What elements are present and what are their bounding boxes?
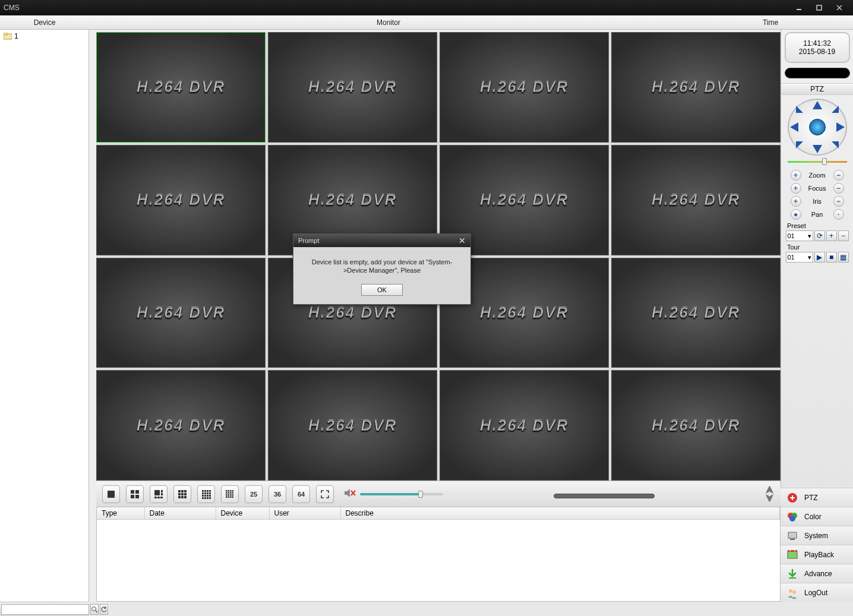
focus-out-button[interactable]: − — [833, 183, 844, 194]
svg-rect-45 — [232, 490, 234, 492]
video-cell[interactable]: H.264 DVR — [440, 32, 609, 143]
menu-system[interactable]: System — [781, 526, 853, 545]
tour-play-button[interactable]: ▶ — [814, 252, 825, 263]
svg-point-68 — [789, 550, 791, 551]
grid-9-button[interactable] — [173, 485, 191, 503]
clock-time: 11:41:32 — [803, 39, 831, 48]
ptz-center-button[interactable] — [809, 119, 826, 135]
zoom-in-button[interactable]: + — [791, 170, 801, 181]
grid-36-button[interactable]: 36 — [268, 485, 286, 503]
right-menu: PTZ Color System PlayBack Advance LogOut — [781, 488, 853, 602]
log-col-date[interactable]: Date — [144, 507, 216, 520]
search-icon[interactable] — [90, 604, 99, 615]
pan-label: Pan — [804, 211, 831, 218]
volume-mute-icon[interactable] — [343, 487, 356, 501]
log-col-type[interactable]: Type — [97, 507, 144, 520]
ptz-up-left-button[interactable] — [796, 106, 803, 113]
minimize-button[interactable] — [789, 2, 809, 13]
panel-drag-handle[interactable] — [554, 494, 655, 498]
grid-1-button[interactable] — [102, 485, 120, 503]
preset-goto-button[interactable]: ⟳ — [814, 230, 825, 241]
video-cell[interactable]: H.264 DVR — [611, 370, 781, 481]
volume-slider[interactable] — [360, 493, 443, 495]
grid-20-button[interactable] — [221, 485, 239, 503]
refresh-icon[interactable] — [100, 604, 108, 615]
svg-rect-29 — [209, 490, 211, 492]
maximize-button[interactable] — [809, 2, 829, 13]
page-up-icon[interactable]: ⮝ — [765, 487, 775, 494]
svg-rect-26 — [202, 490, 204, 492]
video-cell[interactable]: H.264 DVR — [96, 258, 266, 368]
pan-start-button[interactable]: ● — [791, 209, 801, 220]
tour-stop-button[interactable]: ■ — [826, 252, 837, 263]
ptz-left-button[interactable] — [790, 122, 798, 132]
menu-playback[interactable]: PlayBack — [781, 545, 853, 564]
video-cell[interactable]: H.264 DVR — [96, 370, 266, 481]
ptz-speed-slider[interactable] — [788, 158, 847, 165]
tour-label: Tour — [787, 244, 800, 251]
log-col-device[interactable]: Device — [216, 507, 269, 520]
pan-stop-button[interactable]: · — [833, 209, 844, 220]
preset-del-button[interactable]: − — [838, 230, 849, 241]
log-col-user[interactable]: User — [269, 507, 340, 520]
focus-in-button[interactable]: + — [791, 183, 801, 194]
video-cell[interactable]: H.264 DVR — [440, 370, 609, 481]
video-cell[interactable]: H.264 DVR — [268, 370, 437, 481]
ptz-down-button[interactable] — [813, 145, 822, 153]
dialog-ok-button[interactable]: OK — [361, 284, 403, 296]
tree-root-item[interactable]: 1 — [0, 30, 89, 43]
svg-line-74 — [96, 611, 97, 612]
iris-open-button[interactable]: + — [791, 196, 801, 207]
tour-select[interactable]: 01▾ — [786, 252, 813, 263]
grid-4-button[interactable] — [126, 485, 144, 503]
svg-rect-53 — [232, 494, 234, 496]
video-cell[interactable]: H.264 DVR — [611, 258, 781, 368]
preset-label: Preset — [787, 222, 806, 229]
tour-edit-button[interactable]: ▦ — [838, 252, 849, 263]
preset-select[interactable]: 01▾ — [786, 230, 813, 241]
svg-rect-51 — [228, 494, 230, 496]
svg-rect-12 — [161, 490, 163, 492]
menu-advance[interactable]: Advance — [781, 564, 853, 583]
video-cell[interactable]: H.264 DVR — [96, 32, 266, 143]
close-button[interactable] — [829, 2, 849, 13]
fullscreen-button[interactable] — [316, 485, 334, 503]
video-cell[interactable]: H.264 DVR — [611, 145, 781, 255]
ptz-up-button[interactable] — [813, 101, 822, 109]
video-cell[interactable]: H.264 DVR — [96, 145, 266, 255]
ptz-up-right-button[interactable] — [832, 106, 839, 113]
grid-25-button[interactable]: 25 — [245, 485, 263, 503]
grid-16-button[interactable] — [197, 485, 215, 503]
ptz-icon — [786, 492, 798, 504]
grid-6-button[interactable] — [150, 485, 168, 503]
log-col-describe[interactable]: Describe — [340, 507, 780, 520]
tree-root-label: 1 — [14, 32, 18, 40]
svg-rect-14 — [154, 497, 157, 498]
menu-logout[interactable]: LogOut — [781, 583, 853, 602]
svg-rect-65 — [790, 539, 795, 540]
clock-date: 2015-08-19 — [799, 48, 835, 56]
device-search-input[interactable] — [1, 604, 89, 615]
iris-close-button[interactable]: − — [833, 196, 844, 207]
svg-point-63 — [789, 516, 795, 522]
ptz-down-left-button[interactable] — [796, 141, 803, 149]
ptz-down-right-button[interactable] — [832, 141, 839, 149]
dialog-close-button[interactable]: ✕ — [459, 236, 466, 245]
ptz-right-button[interactable] — [836, 122, 845, 132]
grid-64-button[interactable]: 64 — [292, 485, 310, 503]
svg-rect-50 — [226, 494, 228, 496]
svg-rect-40 — [207, 497, 208, 499]
ptz-wheel — [788, 99, 847, 156]
grid-toolbar: 25 36 64 ⮝ ⮟ — [96, 481, 781, 507]
menu-color[interactable]: Color — [781, 507, 853, 526]
svg-rect-56 — [230, 496, 232, 498]
svg-rect-42 — [226, 490, 228, 492]
page-down-icon[interactable]: ⮟ — [765, 495, 775, 502]
video-cell[interactable]: H.264 DVR — [268, 32, 437, 143]
preset-add-button[interactable]: + — [826, 230, 837, 241]
svg-rect-22 — [184, 493, 187, 495]
svg-rect-41 — [209, 497, 211, 499]
zoom-out-button[interactable]: − — [833, 170, 844, 181]
video-cell[interactable]: H.264 DVR — [611, 32, 781, 143]
menu-ptz[interactable]: PTZ — [781, 488, 853, 507]
